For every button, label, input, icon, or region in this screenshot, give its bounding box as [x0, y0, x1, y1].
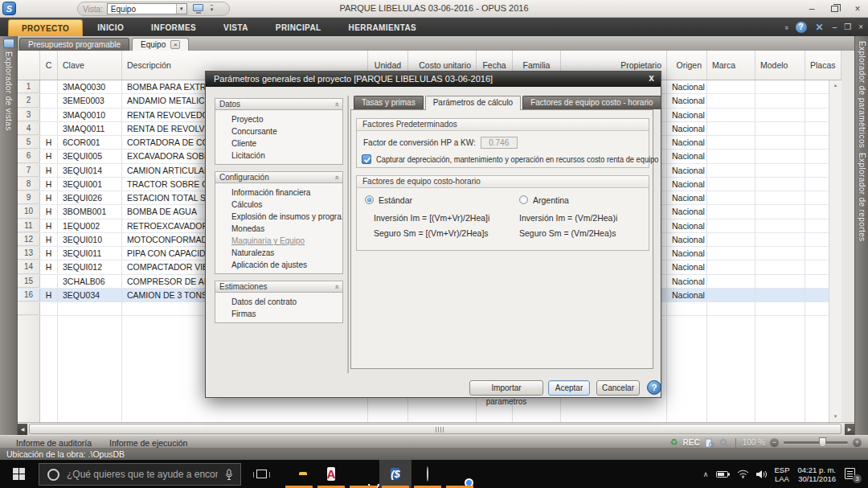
scrollbar-thumb[interactable]: [29, 424, 841, 434]
child-minimize-icon[interactable]: –: [833, 23, 837, 31]
nav-item-licitaci-n[interactable]: Licitación: [215, 150, 342, 162]
quick-access-customize-icon[interactable]: ▾: [211, 5, 214, 13]
ribbon-tab-herramientas[interactable]: HERRAMIENTAS: [336, 19, 430, 36]
scroll-right-icon[interactable]: ▶: [845, 424, 854, 435]
explorer-reports-tab[interactable]: Explorador de reportes: [858, 153, 866, 242]
dialog-close-icon[interactable]: x: [649, 72, 654, 84]
scroll-up-icon[interactable]: ▲: [831, 81, 840, 90]
collapse-group-icon[interactable]: »: [332, 175, 340, 179]
column-header-origen[interactable]: Origen: [667, 51, 707, 80]
minimize-button[interactable]: –: [806, 4, 817, 14]
nav-item-datos-del-contrato[interactable]: Datos del contrato: [215, 296, 342, 308]
nav-group-header-configuraci-n[interactable]: Configuración»: [215, 171, 343, 183]
close-tab-icon[interactable]: ×: [170, 40, 180, 49]
status-bar: Ubicación de la obra: .\OpusDB: [0, 449, 868, 460]
tray-expand-icon[interactable]: ∧: [703, 470, 709, 478]
zoom-slider-thumb[interactable]: [819, 437, 826, 447]
taskbar-app-chrome[interactable]: [444, 460, 476, 488]
dialog-tab-factores-de-equipo-costo-horario[interactable]: Factores de equipo costo - horario: [522, 96, 661, 109]
explorer-parametrics-tab[interactable]: Explorador de paramétricos: [858, 41, 866, 148]
nav-item-concursante[interactable]: Concursante: [215, 125, 342, 137]
refresh-icon[interactable]: ♻: [670, 437, 678, 448]
nav-group-header-estimaciones[interactable]: Estimaciones»: [215, 281, 343, 293]
nav-item-aplicaci-n-de-ajustes[interactable]: Aplicación de ajustes: [215, 259, 342, 271]
clock[interactable]: 04:21 p. m.30/11/2016: [797, 465, 836, 483]
child-close-icon[interactable]: ×: [858, 23, 863, 31]
nav-item-proyecto[interactable]: Proyecto: [215, 113, 342, 125]
import-parameters-button[interactable]: Importar parametros: [469, 380, 543, 396]
accept-button[interactable]: Aceptar: [548, 380, 590, 396]
dialog-titlebar[interactable]: Parámetros generales del proyecto [PARQU…: [206, 72, 661, 87]
document-tab-equipo[interactable]: Equipo×: [132, 38, 189, 51]
document-tab-presupuesto-programable[interactable]: Presupuesto programable: [19, 38, 129, 51]
help-icon[interactable]: ?: [796, 22, 807, 33]
wifi-icon[interactable]: [737, 470, 749, 478]
dialog-tab-tasas-y-primas[interactable]: Tasas y primas: [354, 96, 424, 109]
vertical-scrollbar[interactable]: ▲ ▼: [829, 80, 841, 422]
taskbar-app-opus[interactable]: ($: [379, 460, 411, 488]
ribbon-tab-principal[interactable]: PRINCIPAL: [263, 19, 334, 36]
nav-item-firmas[interactable]: Firmas: [215, 308, 342, 320]
nav-group-header-datos[interactable]: Datos»: [215, 98, 343, 110]
ribbon-tab-vista[interactable]: VISTA: [211, 19, 261, 36]
nav-item-cliente[interactable]: Cliente: [215, 137, 342, 150]
microphone-icon[interactable]: [225, 469, 233, 481]
zoom-in-icon[interactable]: +: [853, 438, 862, 447]
magnifier-icon[interactable]: [719, 438, 729, 448]
nav-item-maquinaria-y-equipo[interactable]: Maquinaria y Equipo: [215, 235, 342, 247]
vista-combobox[interactable]: Equipo ▼: [107, 3, 187, 14]
restore-button[interactable]: [831, 6, 838, 12]
ribbon-tab-proyecto[interactable]: PROYECTO: [8, 19, 83, 36]
column-header-marca[interactable]: Marca: [707, 51, 755, 80]
nav-item-naturalezas[interactable]: Naturalezas: [215, 247, 342, 259]
child-restore-icon[interactable]: ❐: [844, 23, 851, 31]
nav-item-explosi-n-de-insumos-y-progra[interactable]: Explosión de insumos y progra...: [215, 211, 342, 223]
battery-icon[interactable]: [716, 470, 731, 478]
collapse-ribbon-icon[interactable]: »: [783, 25, 791, 28]
dialog-splitter[interactable]: [347, 96, 349, 373]
standard-radio[interactable]: [365, 195, 374, 204]
nav-item-informaci-n-financiera[interactable]: Información financiera: [215, 187, 342, 199]
close-button[interactable]: ×: [852, 4, 863, 14]
nav-item-monedas[interactable]: Monedas: [215, 223, 342, 235]
language-indicator[interactable]: ESPLAA: [774, 465, 789, 483]
scroll-left-icon[interactable]: ◀: [18, 424, 27, 435]
ribbon-tab-informes[interactable]: INFORMES: [138, 19, 209, 36]
cancel-button[interactable]: Cancelar: [596, 380, 640, 396]
ribbon-tab-inicio[interactable]: INICIO: [84, 19, 137, 36]
nav-item-c-lculos[interactable]: Cálculos: [215, 199, 342, 211]
column-header-modelo[interactable]: Modelo: [755, 51, 805, 80]
taskbar-app-whatsapp[interactable]: [347, 460, 379, 488]
taskbar-app-file-explorer[interactable]: [283, 460, 315, 488]
hp-kw-factor-input[interactable]: 0.746: [481, 137, 518, 149]
bottom-tab-informe-de-ejecuci-n[interactable]: Informe de ejecución: [109, 438, 187, 448]
notification-center-icon[interactable]: 3: [844, 467, 860, 482]
tools-icon[interactable]: ✕: [814, 22, 825, 33]
chevron-down-icon[interactable]: ▼: [176, 4, 186, 14]
speaker-icon[interactable]: [755, 470, 768, 479]
argentina-radio[interactable]: [519, 195, 528, 204]
collapse-group-icon[interactable]: »: [332, 102, 340, 106]
start-button[interactable]: [0, 460, 37, 488]
views-panel-icon[interactable]: [3, 39, 14, 48]
bottom-tab-informe-de-auditor-a[interactable]: Informe de auditoría: [16, 438, 92, 448]
view-manager-icon[interactable]: [191, 3, 206, 15]
explorer-views-tab[interactable]: Explorador de vistas: [4, 51, 13, 131]
column-header-c[interactable]: C: [40, 51, 58, 80]
taskbar-app-adobe-reader[interactable]: A: [315, 460, 347, 488]
column-header-placas[interactable]: Placas: [805, 51, 841, 80]
preview-page-icon[interactable]: [705, 438, 714, 448]
column-header-clave[interactable]: Clave: [58, 51, 122, 80]
zoom-out-icon[interactable]: −: [770, 438, 779, 447]
search-input[interactable]: ¿Qué quieres que te ayude a encontrar?: [39, 463, 241, 486]
collapse-group-icon[interactable]: »: [332, 285, 340, 289]
column-header-rownum[interactable]: [18, 51, 40, 80]
zoom-slider[interactable]: [784, 441, 848, 444]
taskbar-app-league[interactable]: [411, 460, 444, 488]
dialog-help-icon[interactable]: ?: [647, 380, 661, 395]
horizontal-scrollbar[interactable]: ◀ ▶: [18, 422, 854, 435]
task-view-icon[interactable]: [251, 466, 272, 482]
dialog-tab-par-metros-de-c-lculo[interactable]: Parámetros de cálculo: [425, 96, 522, 110]
scroll-down-icon[interactable]: ▼: [831, 412, 840, 421]
capture-depreciation-checkbox[interactable]: [362, 154, 371, 164]
